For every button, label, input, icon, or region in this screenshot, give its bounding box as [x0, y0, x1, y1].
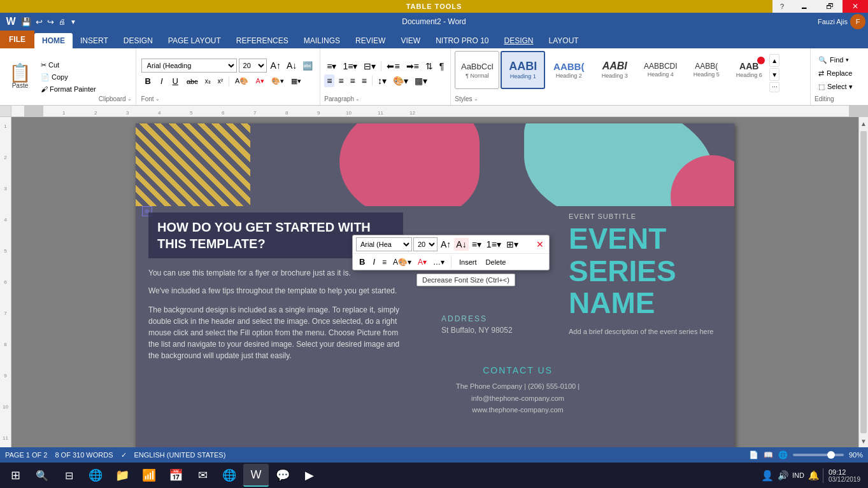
replace-button[interactable]: ⇄ Replace [815, 68, 864, 79]
justify-btn[interactable]: ≡ [359, 74, 369, 87]
restore-btn[interactable]: 🗗 [817, 0, 843, 13]
taskbar-app-wifi[interactable]: 📶 [136, 464, 162, 487]
font-name-select[interactable]: Arial (Heading [141, 59, 237, 73]
border-btn[interactable]: ▦▾ [288, 76, 304, 87]
mini-increase-font-btn[interactable]: A↑ [439, 238, 453, 251]
increase-font-btn[interactable]: A↑ [269, 60, 283, 71]
styles-more[interactable]: ⋯ [769, 82, 779, 92]
mini-list-btn[interactable]: ≡▾ [470, 238, 483, 251]
mini-highlight-btn[interactable]: A🎨▾ [390, 256, 414, 268]
tray-notification[interactable]: 🔔 [808, 470, 819, 480]
font-size-select[interactable]: 20 [239, 59, 267, 73]
mini-insert-row-btn[interactable]: Insert [455, 257, 481, 267]
style-heading2[interactable]: AABB( Heading 2 [546, 51, 591, 89]
format-painter-button[interactable]: 🖌 Format Painter [38, 84, 99, 94]
cut-button[interactable]: ✂ Cut [38, 60, 99, 71]
multilevel-list-btn[interactable]: ⊟▾ [361, 60, 378, 73]
view-web-btn[interactable]: 🌐 [778, 450, 788, 459]
styles-scroll-up[interactable]: ▲ [769, 54, 779, 67]
strikethrough-btn[interactable]: abc [184, 76, 201, 87]
copy-button[interactable]: 📄 Copy [38, 72, 99, 83]
tab-file[interactable]: FILE [0, 31, 34, 48]
subscript-btn[interactable]: x₂ [203, 76, 213, 86]
tab-mailings[interactable]: MAILINGS [296, 33, 348, 48]
clear-format-btn[interactable]: 🔤 [301, 60, 315, 71]
mini-more-btn[interactable]: …▾ [430, 256, 447, 268]
increase-indent-btn[interactable]: ➡≡ [404, 60, 422, 73]
select-button[interactable]: ⬚ Select ▾ [815, 81, 864, 92]
italic-button[interactable]: I [157, 74, 167, 88]
taskbar-app-whatsapp[interactable]: 💬 [270, 464, 295, 487]
mini-numblist-btn[interactable]: 1≡▾ [485, 238, 503, 251]
mini-align-btn[interactable]: ≡ [380, 256, 389, 268]
font-color-btn[interactable]: A▾ [253, 76, 266, 87]
shading-btn[interactable]: 🎨▾ [269, 76, 287, 87]
style-heading6[interactable]: AAB Heading 6 [730, 51, 768, 89]
taskbar-search[interactable]: 🔍 [29, 464, 55, 487]
mini-table-btn[interactable]: ⊞▾ [504, 238, 520, 251]
mini-font-color-btn[interactable]: A▾ [415, 256, 429, 268]
numbered-list-btn[interactable]: 1≡▾ [340, 60, 360, 73]
tab-home[interactable]: HOME [34, 33, 73, 48]
vertical-scrollbar[interactable]: ▲ ▼ [858, 117, 868, 447]
decrease-indent-btn[interactable]: ⬅≡ [384, 60, 402, 73]
align-left-btn[interactable]: ≡ [324, 74, 334, 87]
mini-italic-btn[interactable]: I [369, 256, 378, 268]
help-btn[interactable]: ? [772, 0, 792, 13]
qa-redo[interactable]: ↪ [46, 16, 55, 28]
tab-review[interactable]: REVIEW [348, 33, 393, 48]
close-btn[interactable]: ✕ [843, 0, 868, 13]
superscript-btn[interactable]: x² [215, 76, 225, 86]
tab-layout[interactable]: LAYOUT [541, 33, 587, 48]
taskbar-app-mail[interactable]: ✉ [190, 464, 215, 487]
style-heading3[interactable]: AABI Heading 3 [592, 51, 637, 89]
mini-delete-x[interactable]: ✕ [534, 238, 546, 251]
taskbar-app-edge[interactable]: 🌐 [217, 464, 242, 487]
mini-delete-row-btn[interactable]: Delete [482, 257, 510, 267]
qa-print[interactable]: 🖨 [57, 17, 67, 27]
start-button[interactable]: ⊞ [3, 464, 28, 487]
minimize-btn[interactable]: 🗕 [792, 0, 817, 13]
style-heading4[interactable]: AABBCDI Heading 4 [638, 51, 683, 89]
tab-design2[interactable]: DESIGN [496, 33, 541, 48]
align-right-btn[interactable]: ≡ [348, 74, 358, 87]
mini-bold-btn[interactable]: B [356, 256, 368, 268]
show-para-marks-btn[interactable]: ¶ [437, 60, 447, 73]
find-button[interactable]: 🔍 Find ▾ [815, 55, 864, 66]
underline-button[interactable]: U [169, 74, 182, 88]
view-read-btn[interactable]: 📖 [764, 450, 773, 459]
shading-para-btn[interactable]: 🎨▾ [390, 74, 411, 87]
tab-view[interactable]: VIEW [393, 33, 428, 48]
zoom-slider[interactable] [793, 454, 844, 456]
line-spacing-btn[interactable]: ↕▾ [375, 74, 389, 87]
sort-btn[interactable]: ⇅ [423, 60, 436, 73]
user-avatar[interactable]: F [850, 14, 865, 29]
qa-save[interactable]: 💾 [20, 16, 32, 28]
tab-insert[interactable]: INSERT [73, 33, 116, 48]
bullet-list-btn[interactable]: ≡▾ [324, 60, 339, 73]
taskbar-taskview[interactable]: ⊟ [56, 464, 82, 487]
taskbar-app-calendar[interactable]: 📅 [163, 464, 189, 487]
tray-volume[interactable]: 🔊 [778, 470, 788, 480]
styles-scroll-down[interactable]: ▼ [769, 68, 779, 81]
qa-custom[interactable]: ▼ [69, 17, 78, 27]
tab-design[interactable]: DESIGN [116, 33, 160, 48]
taskbar-app-ie[interactable]: 🌐 [83, 464, 108, 487]
tray-language[interactable]: IND [792, 471, 804, 479]
tab-page-layout[interactable]: PAGE LAYOUT [160, 33, 229, 48]
tab-nitro[interactable]: NITRO PRO 10 [428, 33, 496, 48]
taskbar-app-word[interactable]: W [243, 464, 269, 487]
text-highlight-btn[interactable]: A🎨 [232, 76, 251, 87]
mini-decrease-font-btn[interactable]: A↓ [454, 238, 468, 251]
decrease-font-btn[interactable]: A↓ [285, 60, 299, 71]
borders-btn[interactable]: ▦▾ [412, 74, 430, 87]
mini-font-select[interactable]: Arial (Hea [356, 237, 412, 251]
align-center-btn[interactable]: ≡ [336, 74, 346, 87]
style-normal[interactable]: AaBbCcl ¶ Normal [455, 51, 499, 89]
spell-check-icon[interactable]: ✓ [121, 451, 127, 459]
view-normal-btn[interactable]: 📄 [749, 450, 758, 459]
qa-undo[interactable]: ↩ [34, 16, 44, 28]
style-heading5[interactable]: AABB( Heading 5 [684, 51, 729, 89]
tray-user[interactable]: 👤 [761, 470, 774, 482]
taskbar-app-files[interactable]: 📁 [110, 464, 135, 487]
